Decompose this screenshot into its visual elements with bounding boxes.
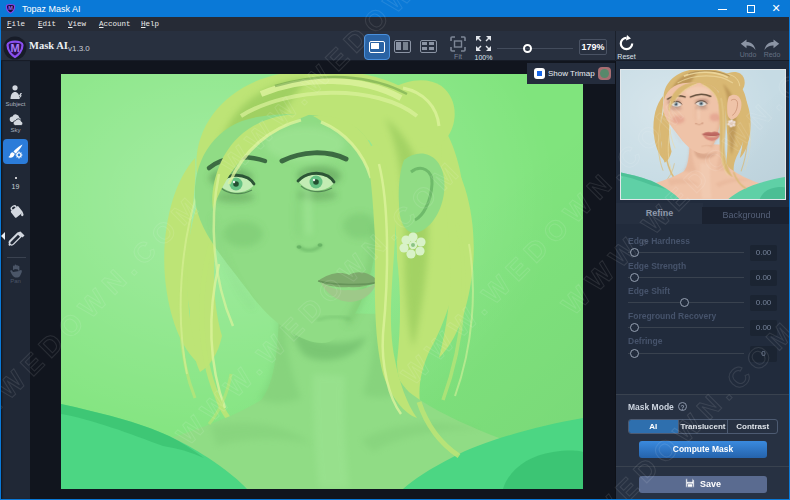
svg-text:M: M (8, 5, 13, 11)
svg-text:M: M (10, 42, 19, 54)
